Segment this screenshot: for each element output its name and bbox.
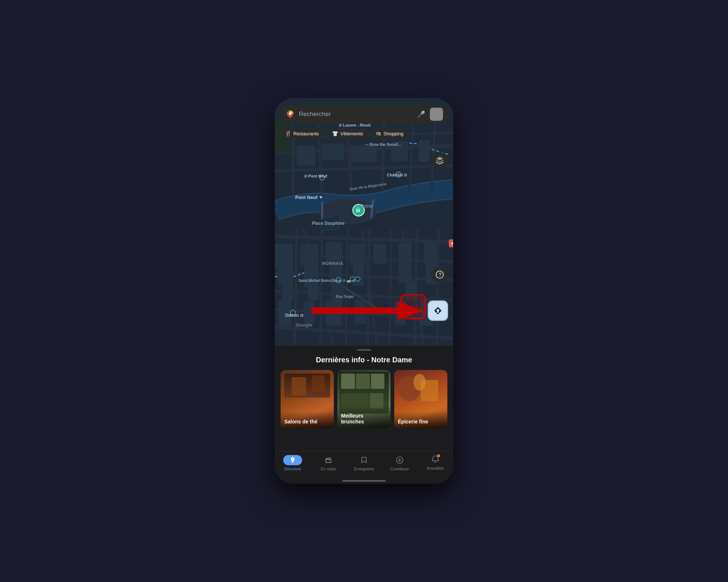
red-highlight-box <box>400 294 426 319</box>
svg-point-80 <box>326 462 328 463</box>
search-input-placeholder[interactable]: Rechercher <box>299 111 412 118</box>
svg-point-72 <box>289 112 292 115</box>
svg-rect-41 <box>373 244 386 264</box>
svg-text:H: H <box>451 241 453 246</box>
svg-line-20 <box>295 229 297 346</box>
phone-container: 🏛 H ⊙ Louvre - Rivoli — Brow Bar Benefi.… <box>275 98 453 484</box>
svg-point-66 <box>290 310 296 315</box>
enregistres-label: Enregistrés <box>354 467 374 471</box>
card-epicerie-label: Épicerie fine <box>394 411 447 428</box>
svg-text:?: ? <box>439 272 442 278</box>
decouvrir-icon <box>283 455 302 465</box>
shopping-icon: 🛍 <box>376 131 381 136</box>
microphone-icon[interactable]: 🎤 <box>416 109 426 119</box>
svg-point-64 <box>350 277 355 281</box>
pill-shopping-label: Shopping <box>383 131 403 136</box>
map-layers-button[interactable] <box>431 152 448 169</box>
location-help-button[interactable]: ? <box>431 266 448 283</box>
nav-item-contribuer[interactable]: Contribuer <box>382 455 418 471</box>
card-brunches[interactable]: Meilleurs brunches <box>337 370 391 428</box>
pill-shopping[interactable]: 🛍 Shopping <box>371 128 408 139</box>
card-brunches-label: Meilleurs brunches <box>337 406 391 428</box>
svg-rect-38 <box>300 244 318 266</box>
decouvrir-label: Découvrir <box>284 467 301 471</box>
svg-rect-50 <box>282 282 293 300</box>
google-maps-logo-icon <box>285 109 295 119</box>
direction-arrow-icon <box>432 305 443 316</box>
svg-rect-36 <box>419 140 430 162</box>
layers-icon <box>435 156 444 165</box>
en-route-icon <box>323 455 333 465</box>
svg-text:🏛: 🏛 <box>356 207 361 213</box>
svg-rect-47 <box>353 264 364 286</box>
nav-item-en-route[interactable]: En route <box>310 455 346 471</box>
car-icon <box>324 456 332 464</box>
navigation-direction-button[interactable] <box>428 300 448 321</box>
card-salons[interactable]: Salons de thé <box>281 370 334 428</box>
card-salons-label: Salons de thé <box>281 411 334 428</box>
svg-rect-34 <box>351 146 377 162</box>
sheet-handle <box>357 349 371 351</box>
bookmark-icon <box>360 456 368 464</box>
svg-rect-54 <box>278 300 291 326</box>
enregistres-icon <box>359 455 369 465</box>
add-circle-icon <box>396 456 404 464</box>
actualites-label: Actualités <box>427 466 444 470</box>
red-arrow-annotation <box>311 297 424 324</box>
home-indicator <box>342 480 386 482</box>
search-bar[interactable]: Rechercher 🎤 <box>280 105 448 124</box>
card-epicerie[interactable]: Épicerie fine <box>394 370 447 428</box>
pill-vetements[interactable]: 👕 Vêtements <box>327 128 368 139</box>
contribuer-icon <box>395 455 405 465</box>
svg-point-81 <box>329 462 331 463</box>
nav-item-actualites[interactable]: Actualités <box>418 455 453 470</box>
user-avatar[interactable] <box>430 108 443 121</box>
restaurant-icon: 🍴 <box>285 131 291 136</box>
en-route-label: En route <box>321 467 336 471</box>
nav-item-enregistres[interactable]: Enregistrés <box>346 455 382 471</box>
bottom-sheet: Dernières info - Notre Dame Salons de th… <box>275 346 453 484</box>
sheet-title: Dernières info - Notre Dame <box>275 356 453 364</box>
map-area: 🏛 H ⊙ Louvre - Rivoli — Brow Bar Benefi.… <box>275 98 453 346</box>
svg-rect-40 <box>349 244 364 266</box>
svg-rect-33 <box>322 144 344 160</box>
pill-restaurants-label: Restaurants <box>293 131 319 136</box>
nav-item-decouvrir[interactable]: Découvrir <box>275 455 310 471</box>
bottom-nav: Découvrir En route <box>275 451 453 484</box>
svg-rect-42 <box>399 243 411 265</box>
svg-point-61 <box>320 175 325 180</box>
svg-point-62 <box>396 172 401 177</box>
svg-point-63 <box>336 278 341 283</box>
actualites-icon-wrapper <box>431 455 439 465</box>
svg-rect-43 <box>424 242 437 264</box>
category-pills-container: 🍴 Restaurants 👕 Vêtements 🛍 Shopping <box>280 128 448 139</box>
vetements-icon: 👕 <box>332 131 338 136</box>
cards-row: Salons de thé Meilleurs brunc <box>275 370 453 428</box>
svg-rect-32 <box>297 146 315 166</box>
svg-rect-39 <box>326 242 342 266</box>
pill-vetements-label: Vêtements <box>340 131 363 136</box>
notification-dot <box>437 454 440 457</box>
location-pin-icon <box>289 457 296 464</box>
pill-restaurants[interactable]: 🍴 Restaurants <box>280 128 324 139</box>
svg-point-65 <box>356 277 360 281</box>
help-icon: ? <box>436 271 444 279</box>
contribuer-label: Contribuer <box>390 467 409 471</box>
svg-rect-48 <box>399 263 411 283</box>
svg-rect-35 <box>391 141 408 161</box>
svg-line-21 <box>320 229 322 346</box>
